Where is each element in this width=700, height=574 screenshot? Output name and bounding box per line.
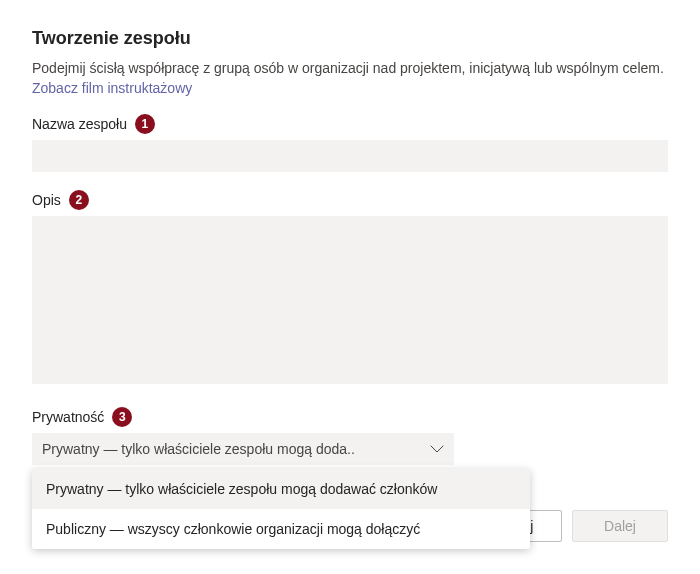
team-name-input[interactable] — [32, 140, 668, 172]
next-button: Dalej — [572, 510, 668, 542]
privacy-option-public[interactable]: Publiczny — wszyscy członkowie organizac… — [32, 509, 530, 549]
chevron-down-icon — [430, 442, 444, 456]
dialog-subtitle: Podejmij ścisłą współpracę z grupą osób … — [32, 59, 668, 78]
privacy-selected-text: Prywatny — tylko właściciele zespołu mog… — [42, 441, 355, 457]
team-name-label: Nazwa zespołu — [32, 116, 127, 132]
privacy-option-private[interactable]: Prywatny — tylko właściciele zespołu mog… — [32, 469, 530, 509]
privacy-dropdown: Prywatny — tylko właściciele zespołu mog… — [32, 469, 530, 549]
step-badge-3: 3 — [112, 407, 132, 427]
watch-video-link[interactable]: Zobacz film instruktażowy — [32, 80, 192, 96]
description-label: Opis — [32, 192, 61, 208]
step-badge-2: 2 — [69, 190, 89, 210]
privacy-label: Prywatność — [32, 409, 104, 425]
description-input[interactable] — [32, 216, 668, 384]
dialog-title: Tworzenie zespołu — [32, 28, 668, 49]
step-badge-1: 1 — [135, 114, 155, 134]
privacy-select[interactable]: Prywatny — tylko właściciele zespołu mog… — [32, 433, 454, 465]
